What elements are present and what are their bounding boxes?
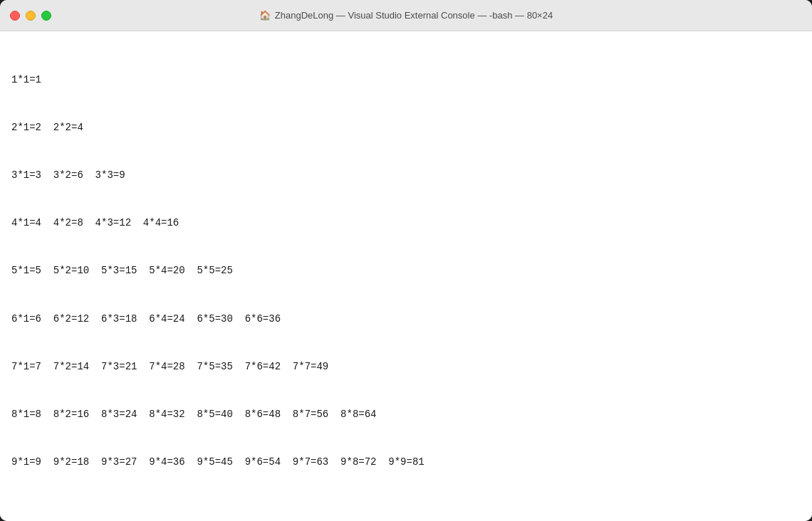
- window-title: 🏠 ZhangDeLong — Visual Studio External C…: [259, 10, 553, 21]
- maximize-button[interactable]: [41, 11, 51, 21]
- output-line-9: 9*1=9 9*2=18 9*3=27 9*4=36 9*5=45 9*6=54…: [11, 454, 801, 470]
- house-icon: 🏠: [259, 10, 271, 21]
- output-line-6: 6*1=6 6*2=12 6*3=18 6*4=24 6*5=30 6*6=36: [11, 311, 801, 327]
- output-line-4: 4*1=4 4*2=8 4*3=12 4*4=16: [11, 215, 801, 231]
- terminal-body[interactable]: 1*1=1 2*1=2 2*2=4 3*1=3 3*2=6 3*3=9 4*1=…: [0, 31, 812, 521]
- terminal-window: 🏠 ZhangDeLong — Visual Studio External C…: [0, 0, 812, 521]
- title-text: ZhangDeLong — Visual Studio External Con…: [275, 10, 553, 21]
- terminal-output: 1*1=1 2*1=2 2*2=4 3*1=3 3*2=6 3*3=9 4*1=…: [11, 40, 801, 521]
- output-line-7: 7*1=7 7*2=14 7*3=21 7*4=28 7*5=35 7*6=42…: [11, 359, 801, 374]
- press-continue-line: Press any key to continue...: [11, 512, 801, 521]
- output-line-3: 3*1=3 3*2=6 3*3=9: [11, 167, 801, 183]
- output-line-5: 5*1=5 5*2=10 5*3=15 5*4=20 5*5=25: [11, 263, 801, 278]
- titlebar: 🏠 ZhangDeLong — Visual Studio External C…: [0, 0, 812, 31]
- output-line-8: 8*1=8 8*2=16 8*3=24 8*4=32 8*5=40 8*6=48…: [11, 406, 801, 422]
- output-line-1: 1*1=1: [11, 72, 801, 88]
- close-button[interactable]: [10, 11, 20, 21]
- output-line-2: 2*1=2 2*2=4: [11, 120, 801, 135]
- minimize-button[interactable]: [26, 11, 36, 21]
- traffic-lights: [10, 11, 51, 21]
